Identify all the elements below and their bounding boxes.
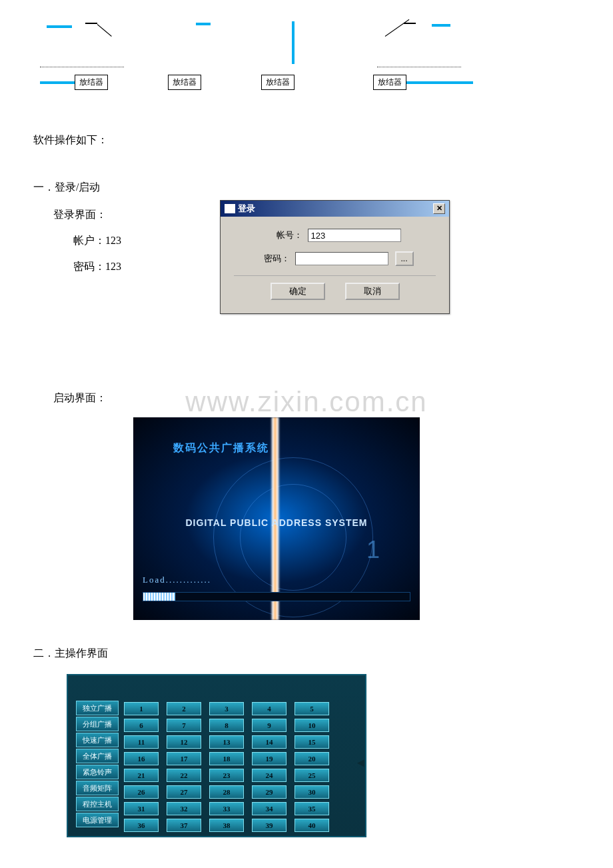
zone-button[interactable]: 35	[295, 802, 329, 815]
side-menu-button[interactable]: 电源管理	[76, 813, 119, 827]
splash-ring	[240, 484, 346, 591]
zone-button[interactable]: 21	[124, 769, 159, 782]
zone-button[interactable]: 36	[124, 819, 159, 832]
diagram-line	[432, 24, 450, 27]
progress-bar-fill	[143, 593, 175, 601]
splash-screen: 数码公共广播系统 DIGITAL PUBLIC ADDRESS SYSTEM 1…	[133, 417, 420, 620]
zone-button[interactable]: 22	[167, 769, 201, 782]
zone-button[interactable]: 32	[167, 802, 201, 815]
diagram-line	[385, 19, 410, 37]
side-menu-button[interactable]: 快速广播	[76, 733, 119, 747]
close-icon[interactable]: ✕	[433, 203, 445, 214]
zone-button[interactable]: 3	[209, 702, 244, 715]
zone-button[interactable]: 38	[209, 819, 244, 832]
titlebar: 登录 ✕	[221, 201, 449, 217]
zone-button[interactable]: 23	[209, 769, 244, 782]
password-text-value: 123	[105, 261, 121, 272]
diagram-dots	[377, 67, 461, 67]
zone-button[interactable]: 24	[252, 769, 287, 782]
password-label: 密码：	[257, 253, 290, 265]
account-label: 帐号：	[269, 229, 303, 241]
zone-button[interactable]: 4	[252, 702, 287, 715]
zone-button[interactable]: 7	[167, 719, 201, 732]
zone-button[interactable]: 29	[252, 785, 287, 799]
side-menu: 独立广播分组广播快速广播全体广播紧急铃声音频矩阵程控主机电源管理	[76, 701, 119, 832]
splash-title-en: DIGITAL PUBLIC ADDRESS SYSTEM	[133, 517, 420, 528]
diagram-box: 放结器	[168, 75, 201, 90]
zone-button[interactable]: 31	[124, 802, 159, 815]
diagram-line	[404, 23, 416, 24]
zone-button[interactable]: 39	[252, 819, 287, 832]
zone-button[interactable]: 16	[124, 752, 159, 765]
zone-button[interactable]: 14	[252, 735, 287, 749]
zone-button[interactable]: 18	[209, 752, 244, 765]
diagram-line	[47, 25, 72, 28]
diagram-box: 放结器	[373, 75, 406, 90]
side-menu-button[interactable]: 程控主机	[76, 797, 119, 811]
diagram-box: 放结器	[75, 75, 108, 90]
login-dialog: 登录 ✕ 帐号： 密码： ... 确定 取消	[220, 200, 450, 314]
zone-button[interactable]: 2	[167, 702, 201, 715]
zone-button[interactable]: 8	[209, 719, 244, 732]
password-input[interactable]	[295, 252, 388, 265]
side-menu-button[interactable]: 全体广播	[76, 749, 119, 763]
zone-button[interactable]: 20	[295, 752, 329, 765]
account-text-value: 123	[105, 235, 121, 246]
side-menu-button[interactable]: 音频矩阵	[76, 781, 119, 795]
zone-button[interactable]: 28	[209, 785, 244, 799]
app-icon	[225, 204, 235, 213]
zone-button[interactable]: 37	[167, 819, 201, 832]
splash-title-cn: 数码公共广播系统	[173, 441, 269, 455]
section2-title: 二．主操作界面	[33, 647, 580, 661]
side-menu-button[interactable]: 独立广播	[76, 701, 119, 715]
splash-number: 1	[366, 536, 380, 564]
zone-button[interactable]: 19	[252, 752, 287, 765]
diagram-dots	[40, 67, 124, 67]
main-app-window: 独立广播分组广播快速广播全体广播紧急铃声音频矩阵程控主机电源管理 1234567…	[67, 674, 366, 837]
progress-bar	[143, 592, 410, 601]
zone-button[interactable]: 5	[295, 702, 329, 715]
zone-button[interactable]: 30	[295, 785, 329, 799]
section1-title: 一．登录/启动	[33, 181, 580, 195]
splash-loading-text: Load.............	[143, 575, 211, 585]
ellipsis-button[interactable]: ...	[395, 251, 414, 266]
password-text-label: 密码：	[73, 261, 105, 272]
zone-button[interactable]: 25	[295, 769, 329, 782]
zone-button[interactable]: 26	[124, 785, 159, 799]
zone-button[interactable]: 12	[167, 735, 201, 749]
zone-button[interactable]: 11	[124, 735, 159, 749]
zone-button[interactable]: 34	[252, 802, 287, 815]
zone-button[interactable]: 6	[124, 719, 159, 732]
zone-button[interactable]: 27	[167, 785, 201, 799]
zone-button[interactable]: 1	[124, 702, 159, 715]
zone-button[interactable]: 10	[295, 719, 329, 732]
account-text-label: 帐户：	[73, 235, 105, 246]
account-input[interactable]	[308, 229, 401, 242]
diagram-line	[292, 21, 295, 64]
cancel-button[interactable]: 取消	[345, 283, 400, 300]
zone-button[interactable]: 17	[167, 752, 201, 765]
zone-button[interactable]: 40	[295, 819, 329, 832]
side-menu-button[interactable]: 紧急铃声	[76, 765, 119, 779]
zone-button[interactable]: 15	[295, 735, 329, 749]
zone-button[interactable]: 9	[252, 719, 287, 732]
diagram-box: 放结器	[261, 75, 295, 90]
diagram-line	[97, 24, 112, 37]
zone-button[interactable]: 13	[209, 735, 244, 749]
dialog-title: 登录	[238, 203, 255, 215]
diagram-line	[85, 23, 97, 24]
side-menu-button[interactable]: 分组广播	[76, 717, 119, 731]
ok-button[interactable]: 确定	[271, 283, 325, 300]
number-grid: 1234567891011121314151617181920212223242…	[124, 701, 329, 832]
diagram-line	[196, 23, 211, 25]
diagram-line	[400, 81, 473, 84]
top-diagram: 放结器 放结器 放结器 放结器	[33, 20, 580, 93]
intro-text: 软件操作如下：	[33, 133, 580, 147]
zone-button[interactable]: 33	[209, 802, 244, 815]
collapse-arrow-icon[interactable]: ◄	[354, 756, 366, 770]
diagram-line	[40, 81, 80, 84]
